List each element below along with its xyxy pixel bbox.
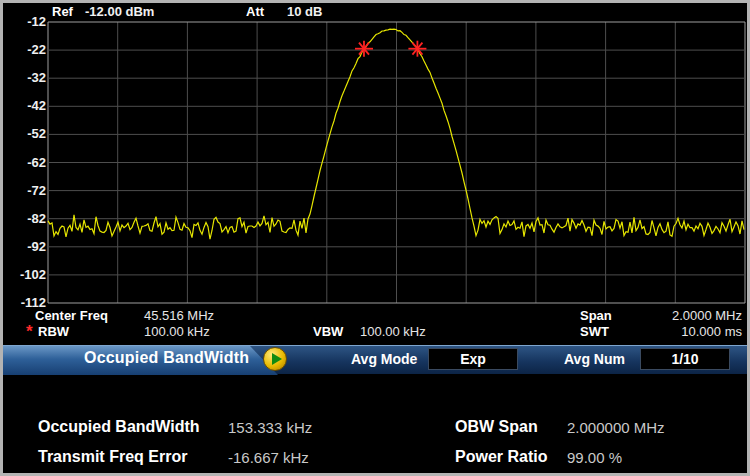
uncoupled-flag-icon: * (26, 327, 33, 337)
y-axis-tick-label: -32 (2, 70, 46, 85)
measure-run-button[interactable] (263, 347, 287, 371)
obw-edge-marker-icon (355, 41, 373, 57)
power-ratio-label: Power Ratio (455, 448, 547, 466)
avg-num-label: Avg Num (564, 351, 625, 367)
swt-value: 10.000 ms (630, 324, 742, 339)
rbw-value: 100.00 kHz (144, 324, 210, 339)
vbw-label: VBW (313, 324, 343, 339)
y-axis-tick-label: -92 (2, 239, 46, 254)
center-freq-value: 45.516 MHz (144, 308, 214, 323)
y-axis-tick-label: -52 (2, 126, 46, 141)
y-axis-tick-label: -72 (2, 183, 46, 198)
y-axis-tick-label: -12 (2, 14, 46, 29)
obw-result-value: 153.333 kHz (228, 419, 312, 436)
obw-result-label: Occupied BandWidth (38, 418, 200, 436)
y-axis-tick-label: -102 (2, 267, 46, 282)
obw-span-label: OBW Span (455, 418, 538, 436)
vbw-value: 100.00 kHz (360, 324, 426, 339)
avg-mode-label: Avg Mode (351, 351, 417, 367)
swt-label: SWT (580, 324, 609, 339)
y-axis-tick-label: -22 (2, 42, 46, 57)
transmit-freq-error-value: -16.667 kHz (228, 449, 309, 466)
span-value: 2.0000 MHz (630, 308, 742, 323)
avg-num-value-box[interactable]: 1/10 (640, 348, 730, 370)
rbw-label: RBW (38, 324, 69, 339)
transmit-freq-error-label: Transmit Freq Error (38, 448, 187, 466)
y-axis-tick-label: -62 (2, 155, 46, 170)
center-freq-label: Center Freq (35, 308, 108, 323)
y-axis-tick-label: -42 (2, 98, 46, 113)
power-ratio-value: 99.00 % (567, 449, 622, 466)
obw-edge-marker-icon (408, 41, 426, 57)
spectrum-analyzer-screen: -12-22-32-42-52-62-72-82-92-102-112 Ref … (0, 0, 750, 476)
spectrum-plot (0, 0, 750, 476)
avg-mode-value-box[interactable]: Exp (428, 348, 518, 370)
play-icon (272, 353, 282, 365)
obw-span-value: 2.000000 MHz (567, 419, 665, 436)
y-axis-tick-label: -82 (2, 211, 46, 226)
function-title: Occupied BandWidth (84, 349, 249, 367)
